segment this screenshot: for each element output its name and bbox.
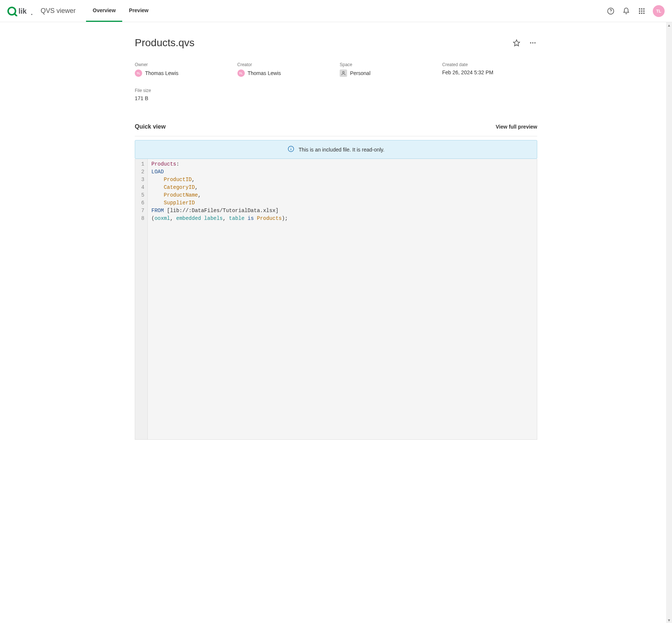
line-number: 5: [140, 191, 144, 199]
space-name: Personal: [350, 70, 370, 76]
meta-owner-value: TL Thomas Lewis: [135, 69, 230, 77]
tab-preview[interactable]: Preview: [122, 0, 155, 22]
svg-point-22: [291, 147, 291, 148]
svg-point-17: [532, 42, 533, 43]
line-number: 8: [140, 215, 144, 222]
meta-space-value: Personal: [340, 69, 435, 77]
help-icon[interactable]: [606, 7, 615, 16]
meta-owner: Owner TL Thomas Lewis: [135, 62, 230, 77]
svg-point-16: [530, 42, 531, 43]
svg-rect-12: [639, 13, 640, 14]
page-title: Products.qvs: [135, 37, 195, 49]
creator-avatar: TL: [237, 69, 245, 77]
info-banner-text: This is an included file. It is read-onl…: [299, 147, 384, 153]
star-icon[interactable]: [512, 38, 521, 47]
line-number: 6: [140, 199, 144, 207]
topbar: lik QVS viewer OverviewPreview: [0, 0, 672, 22]
meta-created: Created date Feb 26, 2024 5:32 PM: [442, 62, 538, 77]
user-avatar[interactable]: TL: [653, 5, 665, 17]
info-banner: This is an included file. It is read-onl…: [135, 140, 537, 159]
code-viewer: 12345678 Products:LOAD ProductID, Catego…: [135, 159, 537, 440]
svg-point-3: [31, 14, 32, 15]
svg-point-5: [610, 12, 611, 13]
app-launcher-icon[interactable]: [637, 7, 646, 16]
code-line: LOAD: [151, 168, 533, 176]
code-line: SupplierID: [151, 199, 533, 207]
person-icon: [340, 69, 347, 77]
title-actions: [512, 38, 537, 47]
more-icon[interactable]: [528, 38, 537, 47]
meta-created-label: Created date: [442, 62, 538, 67]
view-full-preview-link[interactable]: View full preview: [496, 124, 537, 130]
svg-rect-7: [641, 8, 642, 9]
svg-marker-15: [514, 40, 520, 46]
meta-creator-value: TL Thomas Lewis: [237, 69, 333, 77]
meta-creator: Creator TL Thomas Lewis: [237, 62, 333, 77]
svg-rect-14: [643, 13, 644, 14]
meta-created-value: Feb 26, 2024 5:32 PM: [442, 69, 538, 75]
line-number: 4: [140, 184, 144, 191]
svg-rect-8: [643, 8, 644, 9]
scroll-down-arrow[interactable]: ▼: [666, 617, 672, 623]
svg-rect-13: [641, 13, 642, 14]
quickview-title: Quick view: [135, 123, 166, 130]
meta-size-label: File size: [135, 88, 230, 93]
content: Products.qvs Owner TL Thomas Lewis Creat: [124, 22, 548, 455]
app-title: QVS viewer: [41, 7, 76, 15]
svg-point-19: [343, 71, 344, 73]
topbar-actions: TL: [606, 5, 665, 17]
quickview-header: Quick view View full preview: [135, 123, 537, 136]
line-number: 7: [140, 207, 144, 215]
meta-owner-label: Owner: [135, 62, 230, 67]
vertical-scrollbar[interactable]: ▲ ▼: [666, 22, 672, 623]
creator-name: Thomas Lewis: [248, 70, 281, 76]
scroll-up-arrow[interactable]: ▲: [666, 22, 672, 28]
title-row: Products.qvs: [135, 37, 537, 49]
svg-rect-11: [643, 10, 644, 11]
meta-grid: Owner TL Thomas Lewis Creator TL Thomas …: [135, 62, 537, 101]
code-line: Products:: [151, 160, 533, 168]
meta-size-value: 171 B: [135, 95, 230, 101]
tabs: OverviewPreview: [86, 0, 155, 22]
owner-avatar: TL: [135, 69, 142, 77]
code-line: CategoryID,: [151, 184, 533, 191]
svg-point-18: [534, 42, 535, 43]
owner-name: Thomas Lewis: [145, 70, 178, 76]
line-number: 3: [140, 176, 144, 184]
code-line: ProductID,: [151, 176, 533, 184]
meta-creator-label: Creator: [237, 62, 333, 67]
svg-text:lik: lik: [18, 7, 27, 15]
meta-space-label: Space: [340, 62, 435, 67]
svg-line-1: [14, 14, 17, 16]
code-line: (ooxml, embedded labels, table is Produc…: [151, 215, 533, 222]
code-body: Products:LOAD ProductID, CategoryID, Pro…: [148, 159, 537, 439]
svg-rect-9: [639, 10, 640, 11]
code-line: ProductName,: [151, 191, 533, 199]
code-gutter: 12345678: [135, 159, 148, 439]
meta-space: Space Personal: [340, 62, 435, 77]
svg-rect-10: [641, 10, 642, 11]
qlik-logo[interactable]: lik: [7, 6, 33, 16]
code-line: FROM [lib://:DataFiles/TutorialData.xlsx…: [151, 207, 533, 215]
svg-rect-6: [639, 8, 640, 9]
tab-overview[interactable]: Overview: [86, 0, 122, 22]
info-icon: [288, 146, 294, 153]
bell-icon[interactable]: [622, 7, 631, 16]
line-number: 1: [140, 160, 144, 168]
meta-size: File size 171 B: [135, 88, 230, 101]
line-number: 2: [140, 168, 144, 176]
